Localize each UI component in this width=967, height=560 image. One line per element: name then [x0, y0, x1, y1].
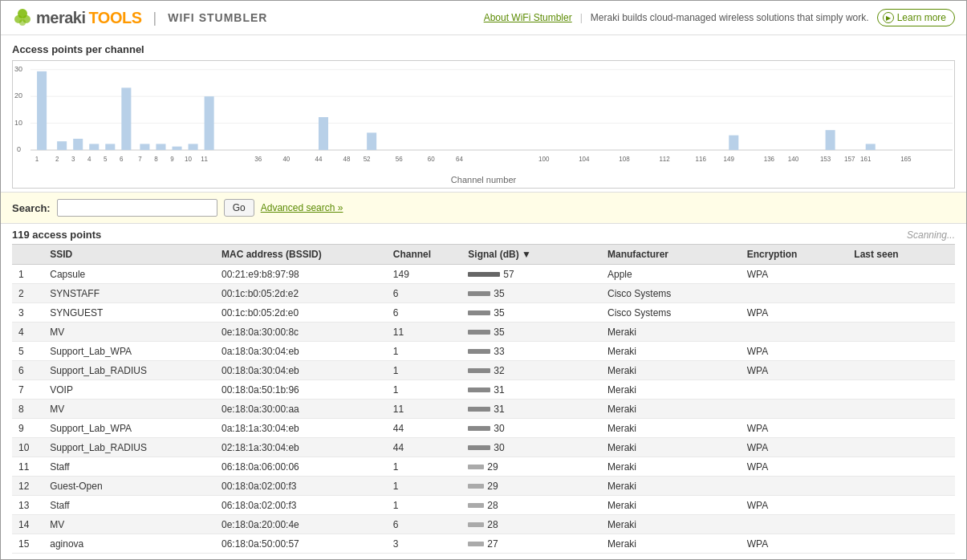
logo-wifi-text: WIFI STUMBLER [168, 11, 267, 24]
row-lastseen [847, 438, 955, 457]
col-header-signal[interactable]: Signal (dB) ▼ [461, 245, 601, 265]
table-row[interactable]: 12 Guest-Open 00:18:0a:02:00:f3 1 29 Mer… [12, 477, 955, 496]
table-row[interactable]: 7 VOIP 00:18:0a:50:1b:96 1 31 Meraki [12, 380, 955, 400]
search-input[interactable] [57, 199, 217, 217]
row-num: 9 [12, 419, 43, 438]
row-signal: 30 [461, 419, 601, 438]
svg-rect-13 [57, 141, 67, 150]
row-encryption [741, 284, 848, 303]
table-row[interactable]: 15 aginova 06:18:0a:50:00:57 3 27 Meraki… [12, 534, 955, 554]
row-encryption: WPA [741, 419, 848, 438]
row-manufacturer: Meraki [601, 534, 741, 554]
row-num: 2 [12, 284, 43, 303]
table-row[interactable]: 11 Staff 06:18:0a:06:00:06 1 29 Meraki W… [12, 457, 955, 477]
row-manufacturer: Meraki [601, 323, 741, 342]
signal-bar: 28 [468, 500, 498, 511]
signal-bar-graphic [468, 368, 490, 373]
row-num: 3 [12, 303, 43, 323]
row-lastseen [847, 534, 955, 554]
scanning-text: Scanning... [907, 229, 955, 241]
logo-area: meraki TOOLS | WIFI STUMBLER [12, 7, 267, 28]
row-manufacturer: Meraki [601, 380, 741, 400]
row-manufacturer: Meraki [601, 438, 741, 457]
row-channel: 1 [387, 380, 462, 400]
signal-bar: 27 [468, 538, 498, 550]
svg-text:2: 2 [55, 155, 59, 163]
svg-text:30: 30 [14, 65, 22, 73]
table-row[interactable]: 8 MV 0e:18:0a:30:00:aa 11 31 Meraki [12, 400, 955, 419]
signal-bar-graphic [468, 272, 500, 277]
table-row[interactable]: 10 Support_Lab_RADIUS 02:18:1a:30:04:eb … [12, 438, 955, 457]
svg-text:10: 10 [14, 118, 22, 126]
svg-rect-21 [189, 144, 198, 150]
row-mac: 00:18:0a:02:00:f3 [215, 477, 387, 496]
chart-svg: 30 20 10 0 [13, 61, 954, 173]
table-row[interactable]: 6 Support_Lab_RADIUS 00:18:0a:30:04:eb 1… [12, 361, 955, 380]
row-manufacturer: Meraki [601, 515, 741, 534]
svg-text:4: 4 [87, 155, 91, 163]
svg-text:6: 6 [120, 155, 124, 163]
row-channel: 11 [387, 323, 462, 342]
about-wifi-link[interactable]: About WiFi Stumbler [484, 12, 572, 23]
signal-bar: 29 [468, 461, 498, 473]
col-header-channel[interactable]: Channel [387, 245, 462, 265]
advanced-search-link[interactable]: Advanced search » [261, 202, 343, 213]
row-channel: 6 [387, 303, 462, 323]
svg-text:52: 52 [364, 155, 371, 163]
row-lastseen [847, 400, 955, 419]
row-encryption [741, 400, 848, 419]
chart-section: Access points per channel 30 20 10 0 [1, 35, 966, 193]
row-num: 15 [12, 534, 43, 554]
table-row[interactable]: 14 MV 0e:18:0a:20:00:4e 6 28 Meraki [12, 515, 955, 534]
row-channel: 1 [387, 477, 462, 496]
signal-bar-graphic [468, 349, 490, 354]
search-label: Search: [12, 202, 51, 214]
row-signal: 29 [461, 477, 601, 496]
row-channel: 6 [387, 284, 462, 303]
signal-bar-graphic [468, 388, 490, 392]
row-ssid: Support_Lab_WPA [43, 419, 215, 438]
row-channel: 1 [387, 361, 462, 380]
signal-bar: 31 [468, 384, 504, 396]
signal-bar-graphic [468, 407, 490, 412]
table-row[interactable]: 13 Staff 06:18:0a:02:00:f3 1 28 Meraki W… [12, 496, 955, 515]
svg-text:20: 20 [14, 91, 22, 99]
col-header-manufacturer[interactable]: Manufacturer [601, 245, 741, 265]
table-row[interactable]: 9 Support_Lab_WPA 0a:18:1a:30:04:eb 44 3… [12, 419, 955, 438]
go-button[interactable]: Go [224, 199, 254, 217]
svg-text:40: 40 [282, 155, 290, 163]
row-num: 6 [12, 361, 43, 380]
table-row[interactable]: 1 Capsule 00:21:e9:b8:97:98 149 57 Apple… [12, 265, 955, 284]
row-mac: 06:18:0a:02:00:f3 [215, 496, 387, 515]
row-num: 14 [12, 515, 43, 534]
svg-text:165: 165 [900, 155, 912, 163]
col-header-lastseen[interactable]: Last seen [847, 245, 955, 265]
svg-text:10: 10 [185, 155, 192, 163]
svg-text:116: 116 [696, 155, 707, 163]
logo-divider-bar: | [153, 10, 157, 26]
signal-bar: 28 [468, 519, 498, 530]
col-header-encryption[interactable]: Encryption [741, 245, 848, 265]
row-channel: 6 [387, 515, 462, 534]
learn-more-button[interactable]: ▶ Learn more [877, 9, 955, 26]
row-lastseen [847, 515, 955, 534]
row-channel: 44 [387, 438, 462, 457]
play-icon: ▶ [883, 12, 894, 23]
svg-text:56: 56 [396, 155, 403, 163]
table-row[interactable]: 4 MV 0e:18:0a:30:00:8c 11 35 Meraki [12, 323, 955, 342]
table-row[interactable]: 5 Support_Lab_WPA 0a:18:0a:30:04:eb 1 33… [12, 342, 955, 361]
table-row[interactable]: 2 SYNSTAFF 00:1c:b0:05:2d:e2 6 35 Cisco … [12, 284, 955, 303]
col-header-mac[interactable]: MAC address (BSSID) [215, 245, 387, 265]
signal-bar-graphic [468, 426, 490, 431]
table-row[interactable]: 3 SYNGUEST 00:1c:b0:05:2d:e0 6 35 Cisco … [12, 303, 955, 323]
svg-rect-22 [205, 96, 214, 150]
signal-bar: 35 [468, 327, 504, 338]
col-header-ssid[interactable]: SSID [43, 245, 215, 265]
chart-title: Access points per channel [12, 43, 955, 55]
svg-text:0: 0 [17, 145, 21, 153]
row-channel: 1 [387, 457, 462, 477]
row-mac: 0e:18:0a:30:00:8c [215, 323, 387, 342]
row-num: 4 [12, 323, 43, 342]
row-signal: 28 [461, 496, 601, 515]
row-manufacturer: Cisco Systems [601, 284, 741, 303]
